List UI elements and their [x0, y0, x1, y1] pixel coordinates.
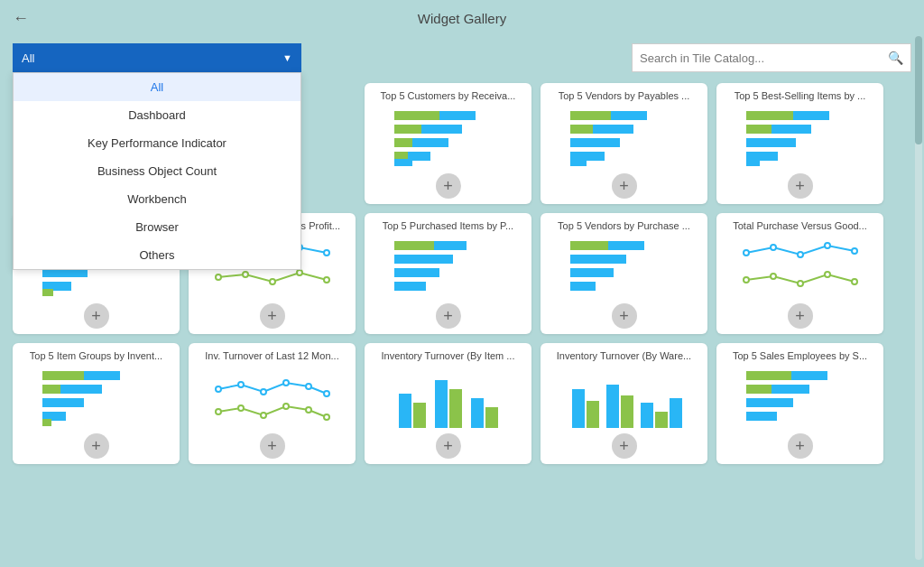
- menu-item-boc[interactable]: Business Object Count: [14, 157, 300, 185]
- search-input[interactable]: [640, 51, 888, 65]
- svg-rect-82: [449, 389, 462, 428]
- svg-point-68: [238, 382, 244, 387]
- widget-chart: [548, 237, 700, 300]
- dropdown-selected-value: All: [22, 51, 34, 65]
- svg-rect-42: [394, 255, 453, 264]
- svg-rect-80: [413, 403, 426, 428]
- svg-rect-83: [471, 398, 484, 428]
- svg-point-35: [216, 274, 221, 280]
- svg-point-74: [238, 405, 244, 411]
- svg-point-71: [306, 384, 311, 389]
- svg-point-36: [243, 272, 248, 277]
- svg-point-57: [798, 281, 803, 286]
- svg-point-73: [216, 409, 221, 414]
- widget-card-top5-sales-employees: Top 5 Sales Employees by S... +: [716, 343, 883, 464]
- svg-rect-61: [42, 371, 84, 380]
- category-dropdown[interactable]: All ▼ All Dashboard Key Performance Indi…: [13, 43, 301, 72]
- add-widget-button[interactable]: +: [84, 303, 109, 329]
- add-widget-button[interactable]: +: [84, 433, 109, 459]
- svg-rect-88: [621, 395, 633, 428]
- gallery-row-3: Top 5 Item Groups by Invent... + Inv. Tu…: [13, 343, 911, 464]
- svg-point-59: [852, 279, 857, 284]
- widget-chart: [372, 107, 524, 170]
- svg-point-53: [825, 243, 830, 248]
- svg-rect-79: [399, 394, 411, 428]
- svg-rect-90: [655, 412, 668, 428]
- svg-rect-63: [42, 385, 60, 394]
- chevron-down-icon: ▼: [282, 52, 292, 63]
- widget-chart: [548, 367, 700, 430]
- svg-rect-13: [570, 138, 620, 147]
- svg-rect-64: [42, 398, 84, 407]
- svg-point-52: [798, 252, 803, 257]
- header: ← Widget Gallery: [0, 0, 924, 36]
- add-widget-button[interactable]: +: [436, 433, 461, 459]
- svg-rect-84: [485, 407, 498, 428]
- menu-item-kpi[interactable]: Key Performance Indicator: [14, 129, 300, 157]
- add-widget-button[interactable]: +: [788, 433, 813, 459]
- dropdown-button[interactable]: All ▼: [13, 43, 301, 72]
- svg-rect-47: [570, 255, 626, 264]
- svg-rect-89: [641, 403, 653, 428]
- add-widget-button[interactable]: +: [260, 433, 285, 459]
- back-button[interactable]: ←: [13, 9, 29, 28]
- svg-rect-20: [746, 138, 796, 147]
- menu-item-others[interactable]: Others: [14, 241, 300, 269]
- menu-item-workbench[interactable]: Workbench: [14, 185, 300, 213]
- add-widget-button[interactable]: +: [788, 303, 813, 329]
- add-widget-button[interactable]: +: [436, 173, 461, 199]
- widget-card-top5-item-groups-inventory: Top 5 Item Groups by Invent... +: [13, 343, 180, 464]
- scrollbar-track: [915, 36, 922, 560]
- widget-title: Inventory Turnover (By Ware...: [548, 350, 700, 361]
- svg-point-75: [261, 413, 266, 418]
- widget-card-inv-turnover-12months: Inv. Turnover of Last 12 Mon...: [189, 343, 356, 464]
- svg-point-58: [825, 272, 830, 277]
- svg-rect-29: [42, 289, 53, 296]
- add-widget-button[interactable]: +: [436, 303, 461, 329]
- widget-card-inventory-turnover-warehouse: Inventory Turnover (By Ware... +: [541, 343, 707, 464]
- widget-title: Total Purchase Versus Good...: [724, 220, 876, 231]
- widget-card-total-purchase-goods: Total Purchase Versus Good...: [716, 213, 883, 334]
- add-widget-button[interactable]: +: [260, 303, 285, 329]
- add-widget-button[interactable]: +: [788, 173, 813, 199]
- widget-card-top5-customers-receivable: Top 5 Customers by Receiva... +: [365, 83, 531, 204]
- search-box[interactable]: 🔍: [632, 43, 911, 72]
- menu-item-browser[interactable]: Browser: [14, 213, 300, 241]
- svg-rect-22: [746, 159, 760, 166]
- svg-rect-87: [606, 385, 619, 428]
- widget-card-top5-purchased-items: Top 5 Purchased Items by P... +: [365, 213, 531, 334]
- toolbar: All ▼ All Dashboard Key Performance Indi…: [0, 36, 924, 79]
- search-icon: 🔍: [888, 51, 903, 65]
- widget-title: Top 5 Vendors by Purchase ...: [548, 220, 700, 231]
- widget-chart: [20, 367, 172, 430]
- svg-point-76: [283, 404, 289, 409]
- page-title: Widget Gallery: [418, 11, 506, 26]
- add-widget-button[interactable]: +: [612, 303, 637, 329]
- widget-chart: [724, 237, 876, 300]
- svg-rect-97: [746, 412, 777, 421]
- svg-rect-66: [42, 419, 51, 426]
- svg-rect-41: [394, 241, 434, 250]
- add-widget-button[interactable]: +: [612, 173, 637, 199]
- svg-rect-86: [587, 401, 599, 428]
- search-wrapper: 🔍: [310, 43, 911, 72]
- scrollbar-thumb[interactable]: [915, 36, 922, 144]
- widget-chart: [724, 367, 876, 430]
- svg-rect-17: [746, 111, 793, 120]
- widget-card-inventory-turnover-item: Inventory Turnover (By Item ... +: [365, 343, 531, 464]
- menu-item-dashboard[interactable]: Dashboard: [14, 101, 300, 129]
- widget-card-top5-bestselling: Top 5 Best-Selling Items by ... +: [716, 83, 883, 204]
- widget-title: Top 5 Sales Employees by S...: [724, 350, 876, 361]
- svg-point-78: [324, 414, 329, 420]
- svg-rect-19: [746, 125, 772, 134]
- widget-card-top5-vendors-payables: Top 5 Vendors by Payables ... +: [541, 83, 707, 204]
- widget-title: Inventory Turnover (By Item ...: [372, 350, 524, 361]
- svg-point-72: [324, 391, 329, 396]
- svg-rect-1: [394, 111, 439, 120]
- svg-rect-95: [746, 385, 772, 394]
- svg-point-37: [270, 279, 275, 284]
- widget-chart: [372, 367, 524, 430]
- svg-point-54: [852, 248, 857, 254]
- add-widget-button[interactable]: +: [612, 433, 637, 459]
- menu-item-all[interactable]: All: [14, 73, 300, 101]
